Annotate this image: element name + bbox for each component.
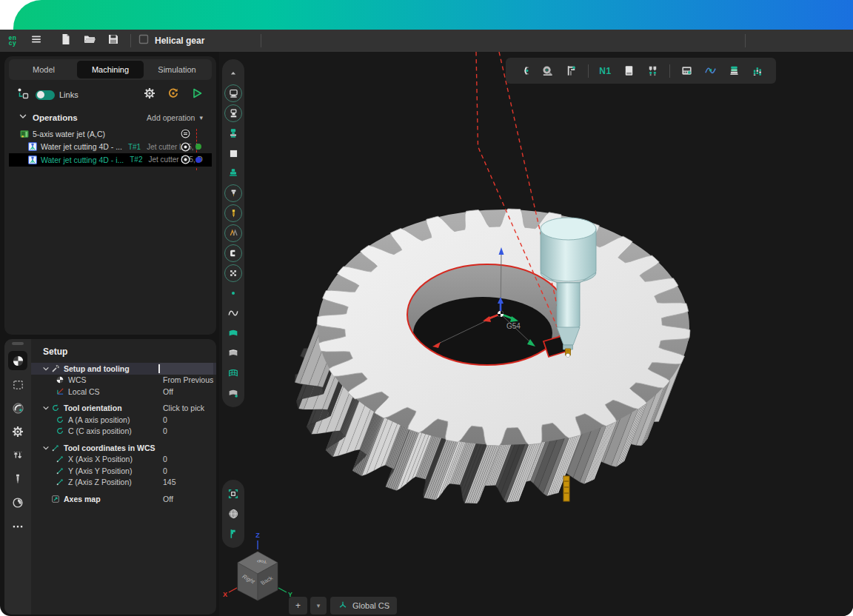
collapse-circle-icon[interactable] [180, 128, 191, 139]
setup-row-value[interactable]: Click to pick [163, 404, 204, 412]
toolbar-button-document-blank[interactable] [620, 61, 638, 80]
recalculate-button[interactable] [166, 87, 181, 102]
radio-circle-icon[interactable] [180, 154, 191, 165]
chevron-down-icon[interactable] [41, 364, 50, 374]
strip-button-selection-box[interactable] [8, 375, 27, 394]
tab-machining[interactable]: Machining [77, 61, 144, 78]
viewport-3d-scene[interactable]: G54 ZXYTopRightBack [219, 52, 853, 616]
toolbar-button-mesh-pattern[interactable] [224, 264, 242, 282]
toolbar-button-drill-bit[interactable] [224, 204, 242, 222]
strip-drag-handle[interactable] [12, 342, 24, 345]
setup-row[interactable]: X (Axis X Position)0 [31, 454, 216, 466]
toolbar-button-machine-press[interactable] [224, 84, 242, 102]
toolbar-button-curve-wave[interactable] [224, 304, 242, 322]
open-file-button[interactable] [78, 32, 101, 50]
setup-row-value[interactable]: Off [163, 387, 173, 396]
document-checkbox-icon[interactable] [137, 33, 150, 49]
toolbar-button-machine-head[interactable] [224, 104, 242, 122]
toolbar-button-control-panel[interactable] [678, 61, 696, 80]
control-panel-icon [680, 64, 693, 77]
toolbar-button-fit-view[interactable] [224, 485, 242, 503]
setup-row[interactable]: C (C axis position)0 [31, 426, 216, 438]
toolbar-button-fixture-clamp[interactable] [224, 164, 242, 182]
toolbar-button-tool-marks[interactable] [224, 224, 242, 242]
chevron-down-icon[interactable] [41, 403, 50, 413]
setup-row-value[interactable]: From Previous [163, 375, 213, 384]
setup-row[interactable]: Tool coordinates in WCS [31, 442, 216, 454]
toolbar-button-workpiece-square[interactable] [224, 144, 242, 162]
strip-button-navigate-disc[interactable] [8, 398, 27, 418]
setup-row[interactable]: Local CSOff [31, 386, 216, 398]
more-ellipsis-icon [12, 520, 24, 532]
operation-row[interactable]: Water jet cutting 4D - i...T#2Jet cutter… [9, 153, 212, 167]
setup-row-value[interactable]: 0 [163, 426, 167, 435]
toolbar-button-surface-solid[interactable] [224, 324, 242, 342]
toolbar-button-signal-curve[interactable] [701, 61, 720, 80]
setup-row-value[interactable]: 0 [163, 455, 167, 463]
chevron-down-icon[interactable] [41, 443, 50, 453]
toolbar-button-surface-point[interactable] [224, 384, 242, 402]
run-play-button[interactable] [190, 87, 204, 102]
viewport-3d[interactable]: G54 ZXYTopRightBack N1 + ▾ Global CS [219, 52, 853, 616]
toolbar-button-nc-label[interactable]: N1 [596, 61, 615, 80]
setup-row-value[interactable]: Off [163, 495, 173, 503]
toolbar-button-scroll-up[interactable] [224, 64, 242, 82]
toolbar-button-flag-marker[interactable] [224, 525, 242, 543]
add-operation-button[interactable]: Add operation [147, 113, 195, 122]
toolbar-button-machine-solid[interactable] [224, 124, 242, 142]
add-operation-caret[interactable]: ▾ [199, 114, 203, 121]
strip-button-more-ellipsis[interactable] [8, 517, 27, 536]
setup-row[interactable]: Axes mapOff [31, 493, 216, 505]
toolbar-button-stat-bars[interactable] [749, 61, 767, 80]
operation-row[interactable]: Water jet cutting 4D - ...T#1Jet cutter … [9, 141, 212, 154]
strip-button-wcs-disc[interactable] [8, 351, 27, 370]
setup-title: Setup [43, 346, 67, 357]
strip-button-rotary-dial[interactable] [8, 493, 27, 512]
toolbar-button-tool-pair[interactable] [643, 61, 662, 80]
links-toggle[interactable] [36, 90, 55, 100]
toolbar-button-point-dot[interactable] [224, 284, 242, 302]
toolbar-button-caliper[interactable] [562, 61, 581, 80]
add-cs-button[interactable]: + [289, 597, 307, 615]
toolbar-button-layer-stack[interactable] [725, 61, 743, 80]
run-play-icon [190, 87, 204, 103]
tab-model[interactable]: Model [10, 61, 77, 78]
application-window: en cy Helical gear ModelMachiningSimulat… [0, 0, 853, 616]
toolbar-button-surface-gray[interactable] [224, 344, 242, 362]
toolbar-button-arc-measure[interactable] [515, 61, 533, 80]
toolbar-button-tape-measure[interactable] [538, 61, 557, 80]
point-dot-icon [228, 288, 238, 298]
setup-row-value[interactable]: 0 [163, 466, 167, 475]
setup-row-value[interactable]: 0 [163, 415, 167, 424]
strip-button-tool-bit[interactable] [8, 469, 27, 489]
menu-button[interactable] [25, 32, 47, 50]
setup-row[interactable]: Tool orientationClick to pick [31, 403, 216, 415]
toolbar-button-tool-holder[interactable] [224, 184, 242, 202]
toolbar-button-bracket[interactable] [224, 244, 242, 262]
surface-point-icon [227, 387, 239, 399]
chevron-down-icon[interactable] [18, 111, 28, 124]
settings-gear-icon [143, 87, 156, 103]
settings-gear-button[interactable] [142, 87, 157, 102]
app-logo[interactable]: en cy [0, 36, 25, 47]
global-cs-button[interactable]: Global CS [330, 597, 397, 615]
menu-icon [30, 33, 43, 49]
toolbar-button-mesh-surface[interactable] [224, 364, 242, 382]
strip-button-settings-gear[interactable] [8, 422, 27, 441]
new-document-button[interactable] [55, 32, 77, 50]
tool-shaft [557, 283, 580, 329]
setup-row[interactable]: Y (Axis Y Position)0 [31, 465, 216, 477]
setup-row[interactable]: Z (Axis Z Position)145 [31, 477, 216, 489]
radio-circle-icon[interactable] [180, 141, 191, 153]
toolbar-button-sphere-view[interactable] [224, 505, 242, 523]
cs-dropdown-button[interactable]: ▾ [310, 597, 327, 615]
tab-simulation[interactable]: Simulation [144, 61, 210, 78]
setup-row-value[interactable]: 145 [163, 478, 176, 486]
setup-row[interactable]: A (A axis position)0 [31, 414, 216, 426]
strip-button-updown-arrows[interactable] [8, 446, 27, 465]
save-button[interactable] [102, 32, 124, 50]
operation-row[interactable]: 5-axis water jet (A,C) [9, 127, 212, 141]
workpiece-square-icon [228, 148, 239, 159]
setup-row[interactable]: Setup and tooling [31, 363, 216, 375]
setup-row[interactable]: WCSFrom Previous [31, 375, 216, 386]
